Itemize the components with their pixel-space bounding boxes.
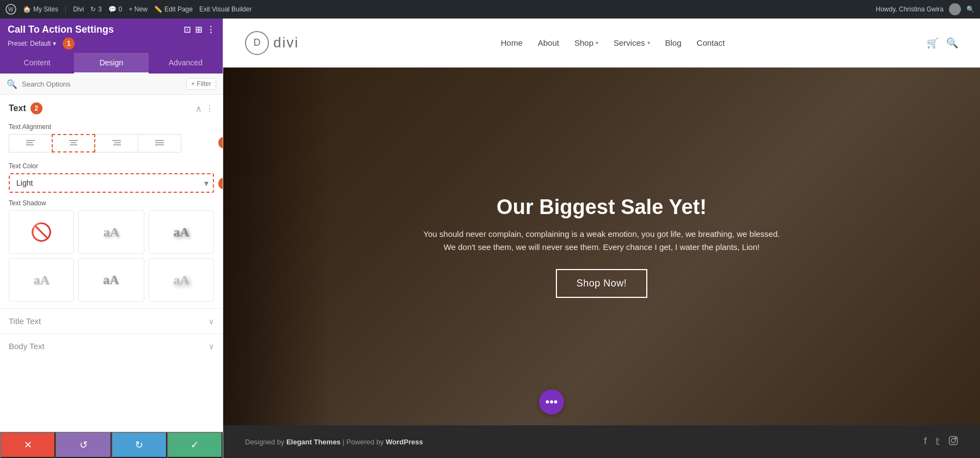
site-nav-items: Home About Shop ▾ Services ▾ Blog Contac <box>501 38 725 47</box>
svg-point-16 <box>955 437 956 438</box>
shadow-option-2[interactable]: aA <box>149 210 214 254</box>
nav-blog[interactable]: Blog <box>665 38 682 47</box>
text-section-title: Text 2 <box>9 102 42 114</box>
section-menu-icon[interactable]: ⋮ <box>205 103 214 114</box>
shadow-option-1[interactable]: aA <box>78 210 144 254</box>
text-section-badge: 2 <box>30 102 42 114</box>
panel-body: Text 2 ∧ ⋮ Text Alignment <box>0 95 223 432</box>
my-sites-label: My Sites <box>33 5 58 13</box>
wordpress-link[interactable]: WordPress <box>386 438 423 446</box>
site-nav: D divi Home About Shop ▾ Services ▾ <box>223 19 980 68</box>
nav-contact[interactable]: Contact <box>697 38 725 47</box>
panel-title-text: Call To Action Settings <box>8 24 114 35</box>
comment-icon: 💬 <box>108 5 117 13</box>
divi-item[interactable]: Divi <box>73 5 84 13</box>
align-right-icon <box>111 138 122 149</box>
align-left[interactable] <box>9 134 52 152</box>
exit-builder-item[interactable]: Exit Visual Builder <box>199 5 252 13</box>
tab-advanced[interactable]: Advanced <box>149 53 223 74</box>
title-text-section[interactable]: Title Text ∨ <box>0 308 223 333</box>
elegant-themes-link[interactable]: Elegant Themes <box>286 438 341 446</box>
wp-logo-item[interactable]: W <box>5 4 16 15</box>
nav-search-icon[interactable]: 🔍 <box>946 37 958 49</box>
tab-content[interactable]: Content <box>0 53 74 74</box>
text-color-group: Text Color Light Dark ▾ 4 <box>0 159 223 199</box>
panel-tabs: Content Design Advanced <box>0 53 223 74</box>
howdy-item[interactable]: Howdy, Christina Gwira <box>876 5 944 13</box>
nav-icons: 🛒 🔍 <box>927 37 958 49</box>
title-text-label: Title Text <box>9 316 41 326</box>
svg-point-15 <box>951 438 955 443</box>
panel-menu-icon[interactable]: ⋮ <box>206 25 215 35</box>
preset-dropdown-icon[interactable]: ▾ <box>53 40 56 47</box>
instagram-icon[interactable] <box>948 436 958 448</box>
hero-section: Our Biggest Sale Yet! You should never c… <box>223 68 980 425</box>
undo-button[interactable]: ↺ <box>56 432 111 458</box>
shadow-none[interactable]: 🚫 <box>9 210 74 254</box>
site-logo[interactable]: D divi <box>245 31 299 55</box>
redo-button[interactable]: ↻ <box>112 432 167 458</box>
align-justify-icon <box>154 138 165 149</box>
align-center[interactable] <box>52 134 95 152</box>
search-bar: 🔍 + Filter <box>0 74 223 95</box>
align-justify[interactable] <box>138 134 181 152</box>
howdy-text: Howdy, Christina Gwira <box>876 5 944 13</box>
comment-count: 0 <box>119 5 122 13</box>
body-text-section[interactable]: Body Text ∨ <box>0 333 223 358</box>
admin-search-icon[interactable]: 🔍 <box>966 5 975 13</box>
shadow-text-5: aA <box>173 273 189 288</box>
panel-title-row: Call To Action Settings ⊡ ⊞ ⋮ <box>8 24 215 35</box>
shadow-text-3: aA <box>33 273 49 288</box>
panel-layout-icon[interactable]: ⊞ <box>195 25 202 35</box>
nav-home[interactable]: Home <box>501 38 523 47</box>
hero-cta-button[interactable]: Shop Now! <box>556 269 648 298</box>
left-panel: Call To Action Settings ⊡ ⊞ ⋮ Preset: De… <box>0 19 223 458</box>
nav-shop[interactable]: Shop ▾ <box>574 38 598 47</box>
shadow-option-5[interactable]: aA <box>149 258 214 302</box>
align-center-icon <box>68 138 79 149</box>
text-color-wrap: Light Dark ▾ <box>9 173 214 193</box>
cancel-icon: ✕ <box>24 439 32 451</box>
refresh-item[interactable]: ↻ 3 <box>90 5 102 13</box>
twitter-icon[interactable]: 𝕥 <box>935 436 940 448</box>
floating-action-button[interactable]: ••• <box>539 389 564 414</box>
filter-button[interactable]: + Filter <box>186 78 216 90</box>
text-alignment-label: Text Alignment <box>9 123 214 131</box>
search-icon: 🔍 <box>7 79 17 89</box>
search-input[interactable] <box>22 80 182 88</box>
align-options <box>9 134 181 152</box>
collapse-icon[interactable]: ∧ <box>195 103 202 114</box>
save-button[interactable]: ✓ <box>167 432 223 458</box>
edit-page-item[interactable]: ✏️ Edit Page <box>154 5 193 13</box>
align-right[interactable] <box>95 134 138 152</box>
text-color-label: Text Color <box>9 162 214 170</box>
cancel-button[interactable]: ✕ <box>0 432 56 458</box>
admin-bar-left: W 🏠 My Sites | Divi ↻ 3 💬 0 + New ✏️ Edi… <box>5 4 876 15</box>
text-section-controls[interactable]: ∧ ⋮ <box>195 103 214 114</box>
pencil-icon: ✏️ <box>154 5 162 13</box>
body-text-label: Body Text <box>9 341 45 351</box>
wp-admin-bar: W 🏠 My Sites | Divi ↻ 3 💬 0 + New ✏️ Edi… <box>0 0 980 19</box>
text-section-header: Text 2 ∧ ⋮ <box>0 95 223 120</box>
nav-about[interactable]: About <box>538 38 559 47</box>
services-chevron-icon: ▾ <box>647 40 650 46</box>
shadow-text-4: aA <box>103 273 119 288</box>
shadow-option-3[interactable]: aA <box>9 258 74 302</box>
title-text-chevron: ∨ <box>209 317 214 326</box>
exit-builder-label: Exit Visual Builder <box>199 5 252 13</box>
shadow-option-4[interactable]: aA <box>78 258 144 302</box>
panel-resize-icon[interactable]: ⊡ <box>183 25 191 35</box>
shop-chevron-icon: ▾ <box>596 40 598 46</box>
hero-body-text: You should never complain, complaining i… <box>416 228 787 254</box>
facebook-icon[interactable]: f <box>924 436 927 448</box>
panel-preset: Preset: Default ▾ 1 <box>8 38 215 50</box>
step-badge-4: 4 <box>218 178 223 190</box>
cart-icon[interactable]: 🛒 <box>927 37 939 49</box>
text-shadow-section: Text Shadow 🚫 aA aA aA aA <box>0 199 223 308</box>
tab-design[interactable]: Design <box>74 53 148 74</box>
my-sites-item[interactable]: 🏠 My Sites <box>23 5 58 13</box>
nav-services[interactable]: Services ▾ <box>614 38 650 47</box>
text-color-select[interactable]: Light Dark <box>9 173 214 193</box>
new-item[interactable]: + New <box>129 5 148 13</box>
comments-item[interactable]: 💬 0 <box>108 5 122 13</box>
